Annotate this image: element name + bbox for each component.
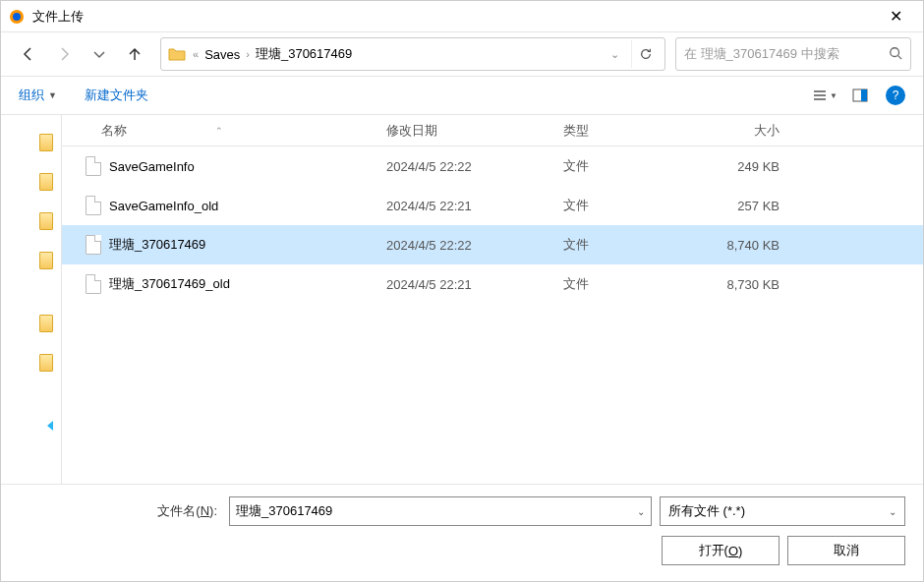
organize-menu[interactable]: 组织 ▼ xyxy=(13,83,63,108)
toolbar: 组织 ▼ 新建文件夹 ▼ ? xyxy=(1,76,923,115)
folder-icon xyxy=(39,212,53,230)
chevron-down-icon xyxy=(91,46,107,62)
address-bar[interactable]: « Saves › 理塘_370617469 ⌄ xyxy=(160,37,665,71)
file-date: 2024/4/5 22:22 xyxy=(386,238,563,253)
titlebar: 文件上传 ✕ xyxy=(1,1,923,32)
back-button[interactable] xyxy=(13,38,44,70)
cancel-button[interactable]: 取消 xyxy=(787,536,905,565)
svg-rect-4 xyxy=(861,89,867,101)
filename-input[interactable]: 理塘_370617469 ⌄ xyxy=(229,496,652,526)
recent-dropdown[interactable] xyxy=(84,38,115,70)
column-type[interactable]: 类型 xyxy=(563,122,701,140)
file-size: 8,740 KB xyxy=(701,238,819,253)
forward-button[interactable] xyxy=(48,38,80,70)
sidebar-item[interactable] xyxy=(1,202,61,241)
arrow-up-icon xyxy=(127,46,143,62)
navbar: « Saves › 理塘_370617469 ⌄ 在 理塘_370617469 … xyxy=(1,32,923,76)
arrow-right-icon xyxy=(56,46,72,62)
up-button[interactable] xyxy=(119,38,150,70)
file-icon xyxy=(86,274,101,294)
file-type: 文件 xyxy=(563,197,701,214)
folder-icon xyxy=(167,44,187,64)
window-title: 文件上传 xyxy=(32,8,876,26)
column-size[interactable]: 大小 xyxy=(701,122,819,140)
chevron-down-icon: ▼ xyxy=(830,91,837,100)
main-area: 名称 ⌃ 修改日期 类型 大小 SaveGameInfo2024/4/5 22:… xyxy=(1,115,923,484)
file-rows: SaveGameInfo2024/4/5 22:22文件249 KBSaveGa… xyxy=(62,146,923,484)
search-icon xyxy=(889,46,902,63)
open-button[interactable]: 打开(O) xyxy=(662,536,780,565)
sidebar-item[interactable] xyxy=(1,123,61,162)
preview-pane-icon xyxy=(852,87,868,103)
file-date: 2024/4/5 22:21 xyxy=(386,277,563,292)
sidebar xyxy=(1,115,62,484)
sidebar-item[interactable] xyxy=(1,162,61,202)
dialog-bottom: 文件名(N): 理塘_370617469 ⌄ 所有文件 (*.*) ⌄ 打开(O… xyxy=(1,484,923,581)
triangle-icon xyxy=(47,421,53,431)
search-placeholder: 在 理塘_370617469 中搜索 xyxy=(684,45,889,63)
file-size: 8,730 KB xyxy=(701,277,819,292)
file-name: 理塘_370617469_old xyxy=(109,275,230,293)
column-date[interactable]: 修改日期 xyxy=(386,122,563,140)
sidebar-item[interactable] xyxy=(1,343,61,382)
folder-icon xyxy=(39,315,53,332)
file-icon xyxy=(86,196,101,215)
column-headers: 名称 ⌃ 修改日期 类型 大小 xyxy=(62,115,923,146)
breadcrumb-saves[interactable]: Saves xyxy=(201,45,244,64)
list-view-icon xyxy=(812,87,828,103)
file-list: 名称 ⌃ 修改日期 类型 大小 SaveGameInfo2024/4/5 22:… xyxy=(62,115,923,484)
file-size: 249 KB xyxy=(701,159,819,174)
file-row[interactable]: SaveGameInfo_old2024/4/5 22:21文件257 KB xyxy=(62,186,923,225)
file-name: SaveGameInfo xyxy=(109,159,195,174)
file-type: 文件 xyxy=(563,157,701,175)
chevron-down-icon: ⌄ xyxy=(889,506,896,517)
file-date: 2024/4/5 22:21 xyxy=(386,199,563,213)
sidebar-item[interactable] xyxy=(1,406,61,445)
address-dropdown[interactable]: ⌄ xyxy=(605,48,625,61)
preview-pane-button[interactable] xyxy=(844,80,876,111)
sort-indicator-icon: ⌃ xyxy=(215,126,223,136)
folder-icon xyxy=(39,173,53,191)
firefox-icon xyxy=(9,9,25,25)
chevron-down-icon: ▼ xyxy=(48,90,57,100)
column-name[interactable]: 名称 ⌃ xyxy=(62,122,386,140)
filename-label: 文件名(N): xyxy=(157,502,217,520)
file-row[interactable]: SaveGameInfo2024/4/5 22:22文件249 KB xyxy=(62,146,923,186)
file-icon xyxy=(86,156,101,176)
file-date: 2024/4/5 22:22 xyxy=(386,159,563,174)
file-name: SaveGameInfo_old xyxy=(109,199,218,213)
file-type: 文件 xyxy=(563,275,701,293)
folder-icon xyxy=(39,134,53,151)
search-input[interactable]: 在 理塘_370617469 中搜索 xyxy=(675,37,911,71)
file-type-filter[interactable]: 所有文件 (*.*) ⌄ xyxy=(660,496,905,526)
breadcrumb-current[interactable]: 理塘_370617469 xyxy=(252,43,356,65)
folder-icon xyxy=(39,354,53,372)
path-overflow-icon[interactable]: « xyxy=(193,48,199,60)
sidebar-item[interactable] xyxy=(1,304,61,343)
svg-point-1 xyxy=(13,13,21,21)
refresh-button[interactable] xyxy=(631,40,659,68)
chevron-down-icon: ⌄ xyxy=(637,506,645,517)
file-size: 257 KB xyxy=(701,199,819,213)
view-menu[interactable]: ▼ xyxy=(809,80,840,111)
file-row[interactable]: 理塘_3706174692024/4/5 22:22文件8,740 KB xyxy=(62,225,923,264)
chevron-right-icon: › xyxy=(246,48,250,60)
sidebar-item[interactable] xyxy=(1,241,61,280)
folder-icon xyxy=(39,252,53,269)
new-folder-button[interactable]: 新建文件夹 xyxy=(79,83,154,108)
file-type: 文件 xyxy=(563,236,701,254)
help-button[interactable]: ? xyxy=(880,80,911,111)
refresh-icon xyxy=(639,47,653,61)
file-name: 理塘_370617469 xyxy=(109,236,205,254)
arrow-left-icon xyxy=(21,46,36,62)
svg-point-2 xyxy=(891,47,899,56)
file-icon xyxy=(86,235,101,255)
close-button[interactable]: ✕ xyxy=(876,1,915,32)
help-icon: ? xyxy=(886,86,905,105)
file-row[interactable]: 理塘_370617469_old2024/4/5 22:21文件8,730 KB xyxy=(62,264,923,304)
